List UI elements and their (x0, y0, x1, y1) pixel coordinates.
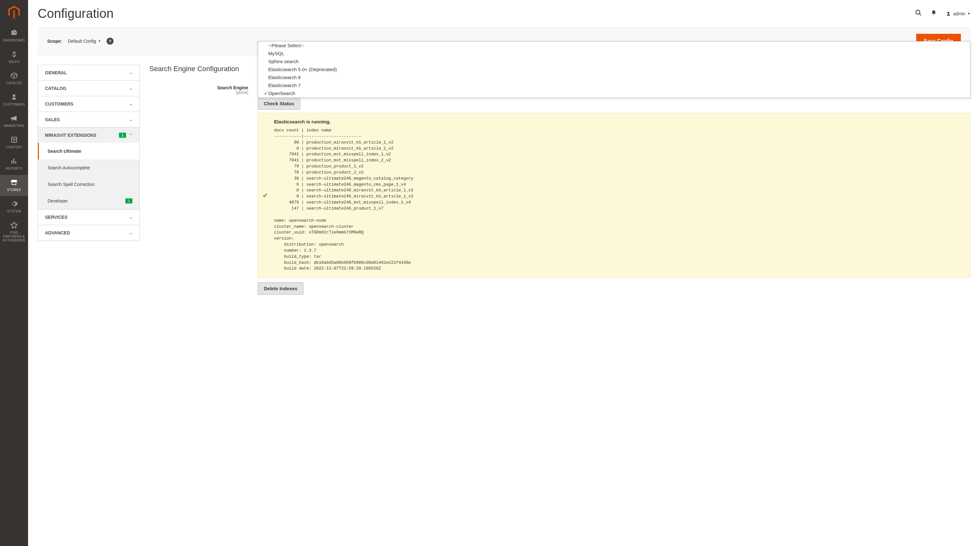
sidebar-label: SALES (1, 60, 27, 63)
nav-section-mirasvit[interactable]: MIRASVIT EXTENSIONS 1 ⌃ (38, 128, 139, 143)
select-option[interactable]: Elasticsearch 7 (258, 81, 970, 89)
status-output: docs count | index name -----------|----… (274, 128, 963, 272)
nav-subitem-search-ultimate[interactable]: Search Ultimate (38, 143, 139, 159)
nav-subitem-label: Search Spell Correction (48, 182, 95, 187)
scope-select[interactable]: Default Config ▼ (68, 38, 101, 44)
sidebar-label: DASHBOARD (1, 38, 27, 42)
stores-icon (1, 179, 27, 187)
admin-sidebar: DASHBOARD SALES CATALOG CUSTOMERS MARKET… (0, 0, 28, 308)
field-label: Search Engine (217, 85, 248, 90)
config-nav: GENERAL ⌄ CATALOG ⌄ CUSTOMERS ⌄ SALES (38, 65, 140, 298)
sidebar-item-system[interactable]: SYSTEM (0, 196, 28, 217)
chevron-down-icon: ⌄ (129, 70, 132, 75)
select-option[interactable]: OpenSearch (258, 89, 970, 98)
nav-section-advanced[interactable]: ADVANCED ⌄ (38, 225, 139, 240)
nav-badge: 1 (119, 133, 126, 138)
select-option[interactable]: Sphinx search (258, 57, 970, 65)
search-engine-select[interactable]: --Please Select-- MySQL Sphinx search El… (258, 41, 970, 98)
nav-subitem-developer[interactable]: Developer 1 (38, 193, 139, 209)
select-option[interactable]: MySQL (258, 49, 970, 57)
sidebar-label: CONTENT (1, 145, 27, 149)
sidebar-label: CUSTOMERS (1, 103, 27, 106)
nav-section-label: SERVICES (45, 215, 68, 220)
search-icon[interactable] (915, 9, 922, 18)
nav-section-catalog[interactable]: CATALOG ⌄ (38, 81, 139, 96)
sidebar-item-customers[interactable]: CUSTOMERS (0, 89, 28, 111)
chevron-down-icon: ⌄ (129, 102, 132, 106)
sidebar-item-sales[interactable]: SALES (0, 46, 28, 68)
panel-title: Search Engine Configuration (149, 65, 239, 73)
sidebar-label: FIND PARTNERS & EXTENSIONS (1, 231, 27, 242)
sidebar-item-catalog[interactable]: CATALOG (0, 68, 28, 89)
status-box: ✔ Elasticsearch is running. docs count |… (258, 113, 970, 278)
status-title: Elasticsearch is running. (274, 119, 963, 124)
content-icon (1, 136, 27, 144)
field-scope: [global] (149, 90, 248, 95)
page-header: Configuration admin ▼ (28, 0, 980, 27)
select-option[interactable]: Elasticsearch 5.0+ (Deprecated) (258, 65, 970, 73)
chart-icon (1, 157, 27, 165)
nav-subitem-search-spell[interactable]: Search Spell Correction (38, 176, 139, 193)
svg-point-0 (916, 10, 920, 14)
select-option[interactable]: Elasticsearch 8 (258, 73, 970, 81)
nav-section-services[interactable]: SERVICES ⌄ (38, 210, 139, 225)
chevron-down-icon: ⌄ (129, 117, 132, 122)
sidebar-label: SYSTEM (1, 210, 27, 213)
chevron-down-icon: ⌄ (129, 230, 132, 235)
chevron-down-icon: ⌄ (129, 86, 132, 90)
nav-section-label: ADVANCED (45, 230, 70, 235)
nav-badge: 1 (126, 198, 132, 203)
nav-subitem-label: Search Autocomplete (48, 165, 90, 170)
chevron-up-icon: ⌃ (129, 133, 132, 138)
delete-indexes-button[interactable]: Delete Indexes (258, 282, 303, 295)
nav-section-label: GENERAL (45, 70, 67, 75)
nav-section-label: CATALOG (45, 86, 66, 91)
svg-line-1 (920, 14, 921, 16)
nav-section-label: CUSTOMERS (45, 102, 73, 106)
sidebar-item-stores[interactable]: STORES (0, 175, 28, 196)
nav-subitem-label: Search Ultimate (48, 149, 81, 154)
partners-icon (1, 221, 27, 230)
config-panel: Search Engine Configuration ⌃ Search Eng… (149, 65, 970, 298)
nav-section-label: MIRASVIT EXTENSIONS (45, 133, 96, 138)
person-icon (1, 93, 27, 102)
nav-section-sales[interactable]: SALES ⌄ (38, 112, 139, 127)
scope-value: Default Config (68, 38, 96, 44)
bell-icon[interactable] (931, 10, 937, 17)
nav-section-customers[interactable]: CUSTOMERS ⌄ (38, 96, 139, 112)
nav-section-label: SALES (45, 117, 60, 122)
sidebar-item-content[interactable]: CONTENT (0, 132, 28, 153)
sidebar-label: MARKETING (1, 124, 27, 128)
sidebar-item-reports[interactable]: REPORTS (0, 153, 28, 175)
sidebar-label: REPORTS (1, 167, 27, 170)
nav-subitem-search-autocomplete[interactable]: Search Autocomplete (38, 159, 139, 176)
admin-user-menu[interactable]: admin ▼ (945, 11, 970, 17)
nav-section-general[interactable]: GENERAL ⌄ (38, 65, 139, 80)
check-status-button[interactable]: Check Status (258, 97, 300, 110)
sidebar-item-dashboard[interactable]: DASHBOARD (0, 25, 28, 46)
scope-label: Scope: (47, 38, 62, 44)
megaphone-icon (1, 114, 27, 123)
magento-logo[interactable] (0, 0, 28, 25)
nav-subitem-label: Developer (48, 198, 68, 203)
sidebar-item-marketing[interactable]: MARKETING (0, 111, 28, 132)
sidebar-label: STORES (1, 188, 27, 192)
sidebar-item-partners[interactable]: FIND PARTNERS & EXTENSIONS (0, 217, 28, 247)
help-icon[interactable]: ? (107, 38, 114, 44)
chevron-down-icon: ▼ (98, 40, 101, 43)
dollar-icon (1, 51, 27, 59)
chevron-down-icon: ▼ (967, 12, 970, 15)
check-icon: ✔ (262, 192, 268, 199)
search-engine-field: Search Engine [global] --Please Select--… (149, 83, 970, 295)
page-title: Configuration (38, 6, 114, 21)
sidebar-label: CATALOG (1, 81, 27, 85)
gear-icon (1, 200, 27, 208)
admin-username: admin (953, 11, 965, 16)
select-option[interactable]: --Please Select-- (258, 41, 970, 49)
dashboard-icon (1, 29, 27, 37)
box-icon (1, 72, 27, 80)
chevron-down-icon: ⌄ (129, 215, 132, 219)
